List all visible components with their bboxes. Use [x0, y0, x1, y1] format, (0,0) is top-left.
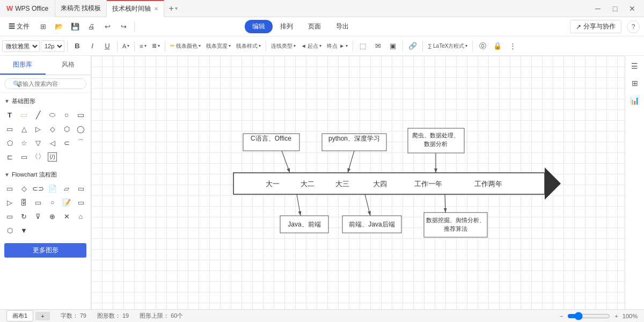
fc-sort[interactable]: ▭ [3, 210, 16, 223]
more-shapes-button[interactable]: 更多图形 [4, 243, 86, 258]
fill-color-picker[interactable]: ✏ 线条颜色 ▾ [168, 39, 203, 54]
toolbar-redo[interactable]: ↪ [116, 20, 130, 34]
fc-plus[interactable]: ⊕ [46, 210, 59, 223]
underline-button[interactable]: U [100, 39, 114, 53]
tab-edit[interactable]: 编辑 [245, 20, 273, 33]
shape-curve[interactable]: ⊂ [60, 136, 73, 149]
shape-down-tri[interactable]: ▽ [32, 136, 45, 149]
bold-button[interactable]: B [70, 39, 84, 53]
shape-bracket[interactable]: ⊏ [3, 150, 16, 163]
tab-moban[interactable]: 来稿壳 找模板 [55, 0, 107, 17]
search-input[interactable] [4, 78, 86, 89]
rp-chart-btn[interactable]: 📊 [627, 92, 643, 108]
extra1-btn[interactable]: ⓪ [475, 39, 489, 53]
canvas-area[interactable]: 流程图使用时需保持联网，内容会实时保存至云文档，关闭后可在云文档中找到文件并打开… [91, 56, 625, 309]
start-point-picker[interactable]: ◄ 起点 ▾ [299, 39, 324, 54]
list-picker[interactable]: ≣ ▾ [150, 39, 162, 54]
toolbar-print[interactable]: 🖨 [84, 20, 98, 34]
shape-arrow-r[interactable]: ▷ [32, 122, 45, 135]
fc-capsule[interactable]: ⊂⊃ [32, 182, 45, 195]
shape-hex[interactable]: ⬡ [60, 122, 73, 135]
fc-rect[interactable]: ▭ [3, 182, 16, 195]
toolbar-new[interactable]: ⊞ [36, 20, 50, 34]
latex-btn[interactable]: ∑ LaTeX方程式 ▾ [426, 39, 470, 54]
toolbar-save[interactable]: 💾 [68, 20, 82, 34]
lock-btn[interactable]: 🔒 [491, 39, 504, 53]
shape-sticky[interactable]: ▭ [18, 108, 31, 121]
shape-diamond[interactable]: ◇ [46, 122, 59, 135]
shape-rect2[interactable]: ▭ [3, 122, 16, 135]
email-btn[interactable]: ✉ [371, 39, 385, 53]
layer-btn[interactable]: ⬚ [356, 39, 370, 53]
fc-hex2[interactable]: ⬡ [3, 224, 16, 237]
shape-star[interactable]: ☆ [18, 136, 31, 149]
fc-loop[interactable]: ↻ [18, 210, 31, 223]
shape-rect1[interactable]: ▭ [75, 108, 87, 121]
close-button[interactable]: ✕ [625, 1, 640, 16]
toolbar-open[interactable]: 📂 [52, 20, 66, 34]
more-btn[interactable]: ⋮ [506, 39, 519, 53]
zoom-out-btn[interactable]: − [560, 313, 563, 319]
shape-pentagon[interactable]: ⬠ [3, 136, 16, 149]
fc-house[interactable]: ⌂ [75, 210, 87, 223]
canvas-add-button[interactable]: + [35, 312, 49, 320]
fc-down[interactable]: ▼ [18, 224, 31, 237]
fc-summ[interactable]: ▭ [75, 196, 87, 209]
link-btn[interactable]: 🔗 [406, 39, 420, 53]
align-picker[interactable]: ≡ ▾ [137, 39, 148, 54]
shape-line[interactable]: ╱ [32, 108, 45, 121]
font-size-select[interactable]: 12px [41, 40, 64, 52]
font-family-select[interactable]: 微软雅黑 [2, 40, 40, 52]
sidebar-tab-style[interactable]: 风格 [46, 56, 91, 75]
fc-note[interactable]: 📝 [60, 196, 73, 209]
fc-db[interactable]: 🗄 [18, 196, 31, 209]
shape-ellipse[interactable]: ◯ [75, 122, 87, 135]
shape-arrow-l[interactable]: ◁ [46, 136, 59, 149]
tab-add-button[interactable]: + ▾ [164, 0, 181, 17]
fc-merge[interactable]: ⊽ [32, 210, 45, 223]
fc-term[interactable]: ○ [46, 196, 59, 209]
shape-stadium[interactable]: ⬭ [46, 108, 59, 121]
connector-type-picker[interactable]: 连线类型 ▾ [269, 39, 298, 54]
shape-chevron[interactable]: 〈〉 [32, 150, 45, 163]
shape-text[interactable]: T [3, 108, 16, 121]
fc-delay[interactable]: ▷ [3, 196, 16, 209]
tab-wps[interactable]: W WPS Office [0, 0, 55, 17]
basic-shapes-header[interactable]: ▼ 基础图形 [0, 95, 91, 107]
tab-close-icon[interactable]: ✕ [154, 6, 158, 12]
share-button[interactable]: ↗ 分享与协作 [570, 20, 621, 33]
fc-manual[interactable]: ▭ [75, 182, 87, 195]
italic-button[interactable]: I [85, 39, 99, 53]
menu-file[interactable]: ☰ 文件 [4, 21, 34, 32]
canvas-tab-1[interactable]: 画布1 [6, 310, 33, 321]
stroke-width-picker[interactable]: 线条宽度 ▾ [204, 39, 233, 54]
zoom-in-btn[interactable]: + [614, 313, 618, 319]
shape-arc[interactable]: ⌒ [75, 136, 87, 149]
fc-store[interactable]: ▭ [32, 196, 45, 209]
image-btn[interactable]: ▣ [386, 39, 400, 53]
rp-format-btn[interactable]: ☰ [627, 58, 643, 74]
fc-cross[interactable]: ✕ [60, 210, 73, 223]
tab-timeline[interactable]: 技术栈时间轴 ✕ [107, 0, 164, 17]
font-color-picker[interactable]: A ▾ [120, 39, 131, 54]
fc-para[interactable]: ▱ [60, 182, 73, 195]
zoom-slider[interactable] [567, 312, 610, 320]
flowchart-header[interactable]: ▼ Flowchart 流程图 [0, 169, 91, 181]
help-button[interactable]: ? [627, 20, 640, 33]
shape-circle[interactable]: ○ [60, 108, 73, 121]
fc-doc[interactable]: 📄 [46, 182, 59, 195]
rp-grid-btn[interactable]: ⊞ [627, 75, 643, 91]
maximize-button[interactable]: □ [608, 1, 623, 16]
sidebar-tab-shapes[interactable]: 图形库 [0, 56, 46, 75]
tab-page[interactable]: 页面 [301, 20, 328, 33]
tab-arrange[interactable]: 排列 [273, 20, 301, 33]
stroke-style-picker[interactable]: 线条样式 ▾ [234, 39, 263, 54]
tab-export[interactable]: 导出 [328, 20, 356, 33]
shape-rect3[interactable]: ▭ [18, 150, 31, 163]
toolbar-undo[interactable]: ↩ [100, 20, 114, 34]
shape-code[interactable]: ⟨/⟩ [46, 150, 59, 163]
fc-diamond[interactable]: ◇ [18, 182, 31, 195]
end-point-picker[interactable]: 终点 ► ▾ [325, 39, 350, 54]
minimize-button[interactable]: ─ [590, 1, 605, 16]
shape-triangle[interactable]: △ [18, 122, 31, 135]
